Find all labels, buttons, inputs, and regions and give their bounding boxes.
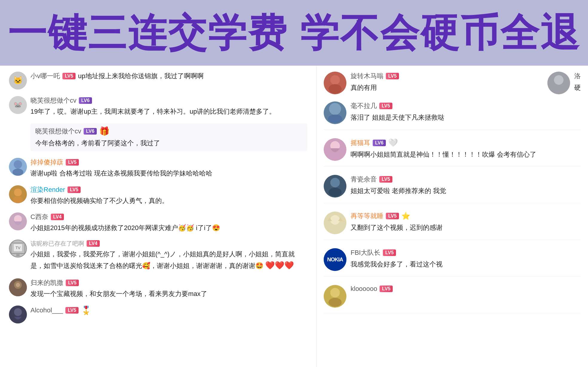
comment-header: 该昵称已存在了吧啊 LV4 — [30, 240, 307, 248]
level-badge: LV5 — [65, 307, 79, 314]
comment-body: C西奈 LV4 小姐姐2015年的视频成功拯救了2020年网课灾难户🥳🥳 i了i… — [30, 212, 307, 233]
avatar: TV — [9, 240, 27, 257]
username: 小v哪一吒 — [30, 72, 60, 81]
nested-header: 晓芙很想做个cv LV6 🎁 — [35, 126, 303, 136]
username: 渲染Render — [30, 185, 65, 194]
username: C西奈 — [30, 212, 48, 221]
username: 晓芙很想做个cv — [35, 127, 81, 136]
svg-point-5 — [14, 160, 22, 169]
header-banner: 一键三连交学费 学不会硬币全退 — [0, 0, 588, 66]
right-comment-text: 又翻到了这个视频，迟到的感谢 — [351, 222, 581, 233]
comment-item: Alcohol___ LV5 🎖️ — [9, 306, 307, 323]
comment-header: 渲染Render LV5 — [30, 185, 307, 194]
right-avatar-small — [547, 72, 570, 94]
svg-point-42 — [328, 298, 342, 307]
main-content: 🐱 小v哪一吒 LV5 up地址报上来我给你送锦旗，我过了啊啊啊 🐭 晓芙很想做… — [0, 66, 588, 367]
username: 该昵称已存在了吧啊 — [30, 240, 84, 248]
username: Alcohol___ — [30, 306, 63, 314]
svg-point-28 — [328, 115, 342, 123]
nested-comment: 晓芙很想做个cv LV6 🎁 今年合格考的，考前看了阿婆这个，我过了 — [30, 123, 307, 151]
level-badge: LV6 — [79, 97, 92, 104]
comment-text: 今年合格考的，考前看了阿婆这个，我过了 — [35, 138, 303, 148]
comment-text: 你要相信你的视频确实给了不少人勇气，真的。 — [30, 195, 307, 206]
comment-header: 小v哪一吒 LV5 up地址报上来我给你送锦旗，我过了啊啊啊 — [30, 72, 307, 81]
svg-text:🐭: 🐭 — [13, 101, 22, 109]
svg-point-25 — [554, 75, 564, 85]
avatar — [9, 212, 27, 230]
right-comment-header: 旋转木马嗡 LV5 — [351, 72, 538, 81]
right-comment-item: kloooooo LV5 — [324, 285, 581, 313]
right-comment-item-small: 洛 硬 — [547, 72, 581, 94]
right-username: 毫不拉几 — [351, 101, 377, 110]
right-comment-body: 毫不拉几 LV5 落泪了 姐姐是天使下凡来拯救哒 — [351, 101, 581, 123]
svg-point-27 — [329, 103, 341, 115]
svg-point-6 — [13, 169, 23, 176]
right-comment-body: 旋转木马嗡 LV5 真的有用 — [351, 72, 538, 93]
svg-point-20 — [14, 308, 22, 316]
comment-text: 谢谢up啦 合格考过啦 现在这条视频我要传给我的学妹哈哈哈哈 — [30, 168, 307, 178]
right-comment-item: 青瓷余音 LV5 姐姐太可爱啦 老师推荐来的 我觉 — [324, 175, 581, 203]
username: 掉掉傻掉蕻 — [30, 158, 63, 167]
comment-text: 小姐姐，我爱你，我爱死你了，谢谢小姐姐(^_^)ノ，小姐姐真的是好人啊，小姐姐，… — [30, 249, 307, 272]
right-avatar — [324, 101, 346, 124]
right-comment-body: 青瓷余音 LV5 姐姐太可爱啦 老师推荐来的 我觉 — [351, 175, 581, 196]
right-username: 摇猫耳 — [351, 138, 370, 147]
comment-item: C西奈 LV4 小姐姐2015年的视频成功拯救了2020年网课灾难户🥳🥳 i了i… — [9, 212, 307, 233]
right-comment-header: 摇猫耳 LV6 🤍 — [351, 138, 581, 147]
right-comment-body: kloooooo LV5 — [351, 285, 581, 294]
right-comment-body: FBI大队长 LV5 我感觉我会好多了，看过这个视 — [351, 248, 581, 269]
level-badge: LV5 — [383, 249, 396, 256]
comment-body: 该昵称已存在了吧啊 LV4 小姐姐，我爱你，我爱死你了，谢谢小姐姐(^_^)ノ，… — [30, 240, 307, 272]
right-avatar — [324, 285, 346, 308]
comment-header: 归来的凯撒 LV5 — [30, 278, 307, 287]
heart-gift-icon: 🤍 — [388, 138, 398, 147]
right-comment-item: 毫不拉几 LV5 落泪了 姐姐是天使下凡来拯救哒 — [324, 101, 581, 130]
comment-item: 🐱 小v哪一吒 LV5 up地址报上来我给你送锦旗，我过了啊啊啊 — [9, 72, 307, 90]
avatar: 🐱 — [9, 72, 27, 90]
level-badge: LV4 — [87, 240, 100, 247]
svg-point-8 — [14, 189, 22, 196]
level-badge: LV5 — [386, 73, 399, 79]
svg-point-22 — [330, 75, 340, 85]
comment-header: 掉掉傻掉蕻 LV5 — [30, 158, 307, 167]
avatar — [9, 158, 27, 176]
right-username: 青瓷余音 — [351, 175, 377, 184]
comment-body: 晓芙很想做个cv LV6 19年了，哎。谢谢up主，我周末就要考了，特来补习。u… — [30, 96, 307, 117]
right-username: 旋转木马嗡 — [351, 72, 383, 81]
right-username: 洛 — [574, 72, 581, 81]
level-badge: LV5 — [379, 103, 392, 109]
level-badge: LV6 — [373, 140, 386, 146]
right-comment-header: 洛 — [574, 72, 581, 81]
right-comment-row: 旋转木马嗡 LV5 真的有用 洛 硬 — [324, 72, 581, 94]
level-badge: LV5 — [66, 159, 79, 166]
right-username: 再等等就睡 — [351, 212, 383, 220]
level-badge: LV5 — [66, 280, 79, 286]
right-comment-text: 姐姐太可爱啦 老师推荐来的 我觉 — [351, 186, 581, 196]
comment-item: TV 该昵称已存在了吧啊 LV4 小姐姐，我爱你，我爱死你了，谢谢小姐姐(^_^… — [9, 240, 307, 272]
right-comment-item: NOKIA FBI大队长 LV5 我感觉我会好多了，看过这个视 — [324, 248, 581, 277]
right-comment-item: 旋转木马嗡 LV5 真的有用 — [324, 72, 538, 94]
right-comment-header: 青瓷余音 LV5 — [351, 175, 581, 184]
svg-rect-14 — [16, 254, 19, 256]
right-comment-body: 再等等就睡 LV5 ⭐ 又翻到了这个视频，迟到的感谢 — [351, 212, 581, 233]
right-username: FBI大队长 — [351, 248, 380, 257]
right-comment-header: 再等等就睡 LV5 ⭐ — [351, 212, 581, 220]
right-comment-header: 毫不拉几 LV5 — [351, 101, 581, 110]
right-comment-text: 我感觉我会好多了，看过这个视 — [351, 259, 581, 269]
avatar — [9, 185, 27, 203]
avatar — [9, 306, 27, 323]
comment-item: 归来的凯撒 LV5 发现一个宝藏视频，和女朋友一个考场，看来男友力要max了 — [9, 278, 307, 299]
right-comment-item: 再等等就睡 LV5 ⭐ 又翻到了这个视频，迟到的感谢 — [324, 212, 581, 240]
right-comment-header: FBI大队长 LV5 — [351, 248, 581, 257]
right-avatar — [324, 72, 346, 94]
comment-header: Alcohol___ LV5 🎖️ — [30, 306, 307, 315]
comment-body: 掉掉傻掉蕻 LV5 谢谢up啦 合格考过啦 现在这条视频我要传给我的学妹哈哈哈哈 — [30, 158, 307, 178]
right-avatar — [324, 175, 346, 198]
right-comment-text: 落泪了 姐姐是天使下凡来拯救哒 — [351, 112, 581, 123]
level-badge: LV6 — [84, 128, 97, 135]
level-badge: LV5 — [67, 186, 81, 193]
comment-item: 🐭 晓芙很想做个cv LV6 19年了，哎。谢谢up主，我周末就要考了，特来补习… — [9, 96, 307, 117]
svg-point-9 — [13, 196, 23, 203]
comment-text: 19年了，哎。谢谢up主，我周末就要考了，特来补习。up讲的比我们老师清楚多了。 — [30, 106, 307, 117]
comment-header: C西奈 LV4 — [30, 212, 307, 221]
